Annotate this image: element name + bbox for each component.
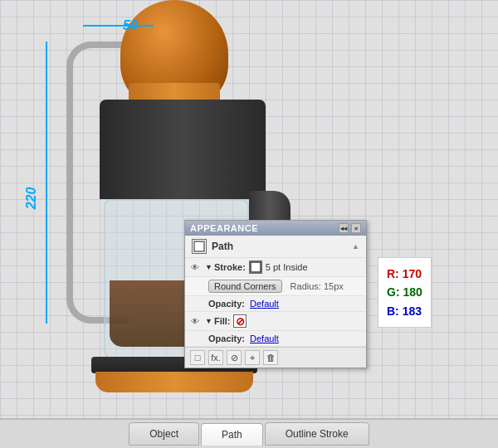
brush-icon[interactable]: ⊘ — [227, 350, 242, 365]
fill-expand-arrow[interactable]: ▼ — [205, 317, 212, 325]
stroke-row: 👁 ▼ Stroke: 5 pt Inside — [185, 258, 366, 277]
measure-line-left — [46, 41, 47, 324]
measure-220-label: 220 — [24, 187, 39, 210]
panel-titlebar: APPEARANCE ◂◂ × — [185, 221, 366, 236]
fill-color-swatch[interactable]: ⊘ — [233, 314, 247, 328]
tab-object[interactable]: Object — [129, 422, 199, 446]
round-corners-row: Round Corners Radius: 15px — [185, 277, 366, 296]
path-header-row: Path ▲ — [185, 236, 366, 258]
tab-outline-stroke[interactable]: Outline Stroke — [265, 422, 369, 446]
radius-label: Radius: 15px — [290, 281, 344, 291]
visibility-icon-stroke[interactable]: 👁 — [188, 261, 202, 274]
fx-effects-icon[interactable]: fx. — [208, 350, 223, 365]
add-layer-icon[interactable]: □ — [190, 350, 205, 365]
opacity-label-2: Opacity: — [208, 334, 245, 343]
opacity-row-2: Opacity: Default — [185, 331, 366, 347]
rgb-display: R: 170 G: 180 B: 183 — [378, 257, 432, 328]
panel-controls: ◂◂ × — [339, 223, 361, 233]
panel-title: APPEARANCE — [190, 223, 258, 233]
base — [95, 372, 253, 392]
stroke-expand-arrow[interactable]: ▼ — [205, 263, 212, 271]
path-icon-swatch — [192, 239, 207, 254]
bottom-tab-bar: Object Path Outline Stroke — [0, 418, 498, 448]
main-body — [100, 100, 266, 199]
round-corners-button[interactable]: Round Corners — [208, 280, 282, 293]
stroke-label: Stroke: — [214, 262, 246, 272]
rgb-b-value: B: 183 — [387, 302, 422, 320]
opacity-row-1: Opacity: Default — [185, 296, 366, 312]
opacity-label-1: Opacity: — [208, 299, 245, 309]
panel-scroll-indicator: ▲ — [352, 242, 359, 251]
panel-close-btn[interactable]: × — [351, 223, 361, 233]
svg-rect-0 — [194, 241, 204, 251]
rgb-r-value: R: 170 — [387, 265, 422, 283]
delete-icon[interactable]: 🗑 — [263, 350, 278, 365]
visibility-icon-fill[interactable]: 👁 — [188, 314, 202, 328]
path-label: Path — [212, 241, 233, 252]
rgb-g-value: G: 180 — [387, 283, 422, 301]
svg-rect-1 — [251, 262, 261, 272]
fx-label: fx. — [211, 353, 221, 363]
fill-none-icon: ⊘ — [236, 316, 245, 327]
opacity-value-1[interactable]: Default — [250, 299, 279, 309]
panel-minimize-btn[interactable]: ◂◂ — [339, 223, 349, 233]
tab-path[interactable]: Path — [201, 423, 263, 446]
stroke-value: 5 pt Inside — [266, 262, 308, 272]
fill-label: Fill: — [214, 316, 231, 326]
panel-bottom-toolbar: □ fx. ⊘ ⌖ 🗑 — [185, 347, 366, 368]
appearance-panel: APPEARANCE ◂◂ × Path ▲ 👁 ▼ Stroke: 5 pt … — [184, 220, 367, 368]
measure-50-label: 50 — [123, 18, 138, 33]
measure-line-top — [83, 25, 154, 27]
stroke-color-swatch[interactable] — [249, 261, 262, 274]
opacity-value-2[interactable]: Default — [250, 334, 279, 343]
anchor-icon[interactable]: ⌖ — [245, 350, 260, 365]
fill-row: 👁 ▼ Fill: ⊘ — [185, 312, 366, 331]
